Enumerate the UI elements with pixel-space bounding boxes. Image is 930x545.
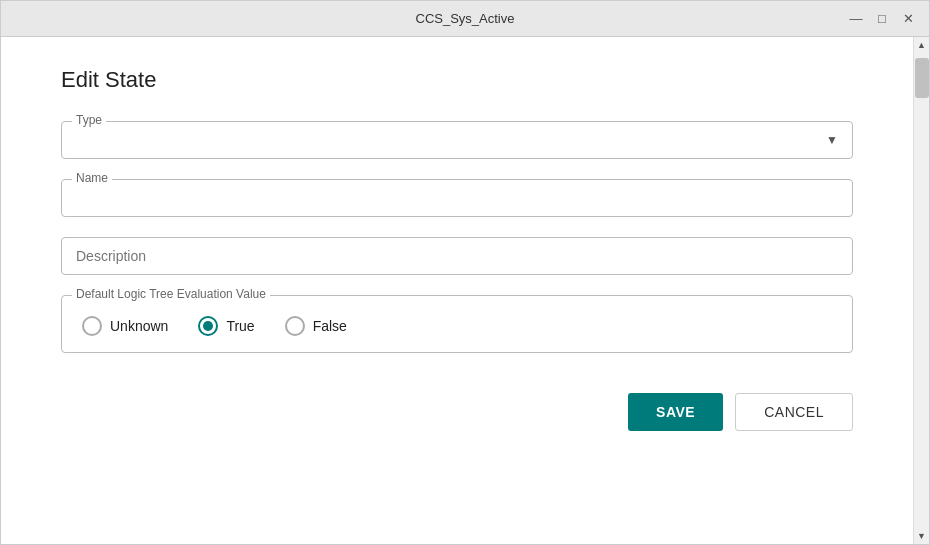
type-field-wrapper: Type Standard ▼: [61, 121, 853, 159]
radio-options: Unknown True False: [82, 316, 832, 336]
radio-circle-false: [285, 316, 305, 336]
description-field-wrapper: [61, 237, 853, 275]
name-field-wrapper: Name CCS_Sys_Active: [61, 179, 853, 217]
page-title: Edit State: [61, 67, 853, 93]
scrollbar-down-arrow[interactable]: ▼: [914, 528, 930, 544]
radio-circle-unknown: [82, 316, 102, 336]
maximize-button[interactable]: □: [873, 10, 891, 28]
radio-group-label: Default Logic Tree Evaluation Value: [72, 287, 270, 301]
scrollbar: ▲ ▼: [913, 37, 929, 544]
radio-circle-true: [198, 316, 218, 336]
radio-group-wrapper: Default Logic Tree Evaluation Value Unkn…: [61, 295, 853, 353]
description-input[interactable]: [62, 238, 852, 274]
description-field-group: [61, 237, 853, 275]
radio-option-true[interactable]: True: [198, 316, 254, 336]
minimize-button[interactable]: —: [847, 10, 865, 28]
type-input[interactable]: Standard: [62, 122, 852, 158]
window-controls: — □ ✕: [847, 10, 917, 28]
main-window: CCS_Sys_Active — □ ✕ Edit State Type Sta…: [0, 0, 930, 545]
radio-label-true: True: [226, 318, 254, 334]
window-title: CCS_Sys_Active: [416, 11, 515, 26]
radio-option-false[interactable]: False: [285, 316, 347, 336]
name-input[interactable]: CCS_Sys_Active: [62, 180, 852, 216]
radio-option-unknown[interactable]: Unknown: [82, 316, 168, 336]
close-button[interactable]: ✕: [899, 10, 917, 28]
save-button[interactable]: SAVE: [628, 393, 723, 431]
name-label: Name: [72, 171, 112, 185]
radio-inner-true: [203, 321, 213, 331]
name-field-group: Name CCS_Sys_Active: [61, 179, 853, 217]
type-field-group: Type Standard ▼: [61, 121, 853, 159]
main-content: Edit State Type Standard ▼ Name CCS_Sys_…: [1, 37, 913, 544]
type-label: Type: [72, 113, 106, 127]
radio-label-unknown: Unknown: [110, 318, 168, 334]
scrollbar-thumb[interactable]: [915, 58, 929, 98]
button-row: SAVE CANCEL: [61, 383, 853, 431]
content-area: Edit State Type Standard ▼ Name CCS_Sys_…: [1, 37, 929, 544]
scrollbar-up-arrow[interactable]: ▲: [914, 37, 930, 53]
title-bar: CCS_Sys_Active — □ ✕: [1, 1, 929, 37]
radio-label-false: False: [313, 318, 347, 334]
cancel-button[interactable]: CANCEL: [735, 393, 853, 431]
scrollbar-track: [914, 53, 929, 528]
